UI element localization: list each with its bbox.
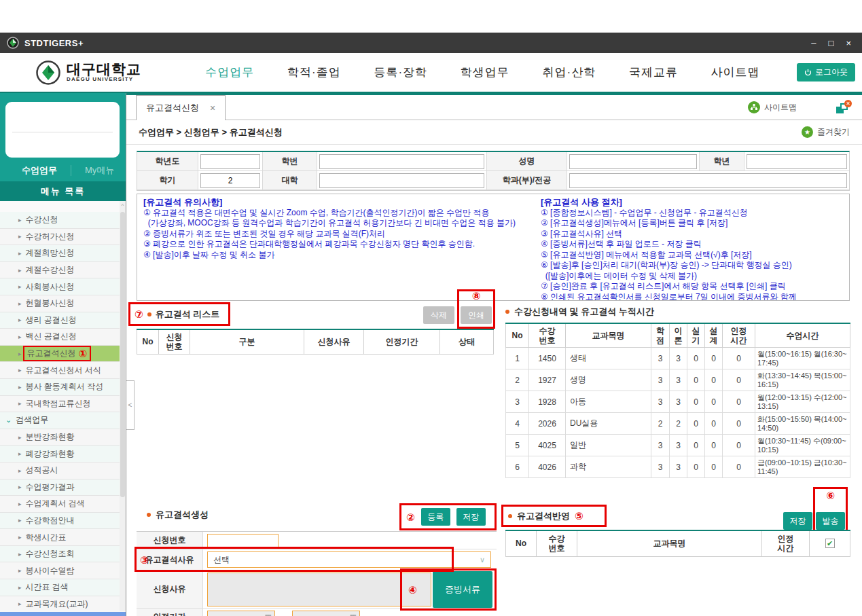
favorite-label: 즐겨찾기 bbox=[817, 126, 850, 138]
course-time: 화(15:00~15:50) 목(14:00~14:50) bbox=[755, 413, 850, 435]
annotation-number-3: ③ bbox=[140, 554, 149, 564]
sidebar-menu-item[interactable]: ▸ 수강신청조회 bbox=[0, 546, 126, 563]
select-all-checkbox[interactable]: No bbox=[516, 539, 526, 548]
sidebar-collapse-handle[interactable]: < bbox=[126, 380, 134, 430]
sidebar-tab-mymenu[interactable]: My메뉴 bbox=[85, 164, 114, 177]
student-no-input[interactable] bbox=[319, 154, 484, 169]
minimize-button[interactable]: – bbox=[811, 39, 816, 48]
sitemap-link[interactable]: 사이트맵 bbox=[748, 101, 797, 113]
select-all-checkbox[interactable]: ✔ bbox=[825, 539, 835, 548]
sidebar-tab-work[interactable]: 수업업무 bbox=[22, 164, 57, 177]
select-all-checkbox[interactable]: 인정 시간 bbox=[778, 534, 794, 553]
section-bullet-icon bbox=[505, 310, 509, 314]
column-header: 신청 번호 bbox=[159, 329, 190, 354]
nav-item[interactable]: 사이트맵 bbox=[711, 65, 760, 80]
triangle-icon: ▸ bbox=[18, 567, 22, 574]
sidebar-menu-item[interactable]: ▸ 봉사이수열람 bbox=[0, 562, 126, 579]
year-input[interactable] bbox=[200, 154, 260, 169]
sidebar-menu-item[interactable]: ▸ 학생시간표 bbox=[0, 529, 126, 546]
nav-item[interactable]: 국제교류 bbox=[629, 65, 678, 80]
nav-item[interactable]: 수업업무 bbox=[205, 65, 254, 80]
create-section-title: 유고결석생성 bbox=[147, 509, 209, 521]
sitemap-icon bbox=[748, 101, 760, 113]
sidebar-item-label: 교과목개요(교과) bbox=[26, 598, 88, 610]
course-time: 화(13:30~14:45) 목(15:00~16:15) bbox=[755, 369, 850, 391]
sidebar-menu-item[interactable]: ▸ 수업계획서 검색 bbox=[0, 496, 126, 513]
sidebar-menu-item[interactable]: ▸ 시간표 검색 bbox=[0, 579, 126, 596]
name-input[interactable] bbox=[569, 154, 697, 169]
course-row[interactable]: 3 1928 아동 3 3 0 0 0 월(12:00~13:15) 수(12:… bbox=[506, 391, 850, 413]
sidebar-menu-item[interactable]: ▸ 성적공시 bbox=[0, 463, 126, 479]
reason-textarea[interactable] bbox=[207, 573, 431, 606]
sidebar-item-label: 검색업무 bbox=[16, 414, 48, 426]
sidebar-item-label: 생리 공결신청 bbox=[26, 314, 77, 326]
sidebar-item-label: 분반강좌현황 bbox=[26, 431, 75, 443]
course-no: 5 bbox=[506, 435, 529, 456]
delete-button[interactable]: 삭제 bbox=[423, 306, 454, 324]
sidebar-menu-item[interactable]: ▸ 교과목개요(교과) bbox=[0, 596, 126, 613]
sidebar-menu-item[interactable]: ▸ 분반강좌현황 bbox=[0, 429, 126, 446]
scrollbar-thumb[interactable] bbox=[120, 212, 125, 497]
profile-card bbox=[5, 102, 120, 158]
maximize-button[interactable]: □ bbox=[829, 39, 834, 48]
sidebar-menu-item[interactable]: ▸ 수업평가결과 bbox=[0, 479, 126, 496]
nav-item[interactable]: 취업·산학 bbox=[543, 65, 596, 80]
triangle-icon: ▸ bbox=[18, 517, 22, 524]
apply-save-button[interactable]: 저장 bbox=[783, 512, 812, 530]
register-button[interactable]: 등록 bbox=[421, 508, 450, 526]
course-row[interactable]: 1 1450 생태 3 3 0 0 0 월(15:00~16:15) 월(16:… bbox=[506, 348, 850, 369]
logout-button[interactable]: 로그아웃 bbox=[797, 63, 855, 81]
tab-absence-application[interactable]: 유고결석신청 × bbox=[136, 95, 226, 120]
sidebar-menu-item[interactable]: ▸ 계절수강신청 bbox=[0, 262, 126, 279]
sidebar-menu-item[interactable]: ▸ 폐강강좌현황 bbox=[0, 446, 126, 463]
course-row[interactable]: 5 4025 일반 3 3 0 0 0 월(10:30~11:45) 수(09:… bbox=[506, 435, 850, 456]
sidebar-menu-item[interactable]: ▸ 헌혈봉사신청 bbox=[0, 295, 126, 312]
sidebar-menu-item[interactable]: ▸ 수강학점안내 bbox=[0, 513, 126, 530]
sidebar-menu-item[interactable]: ▸ 생리 공결신청 bbox=[0, 312, 126, 329]
triangle-icon: ▸ bbox=[18, 534, 22, 541]
sidebar: 수업업무 My메뉴 메뉴 목록 ▸ 수강신청 ▸ 수강허가신청 bbox=[0, 93, 126, 616]
sidebar-menu-item[interactable]: ▸ 수강허가신청 bbox=[0, 229, 126, 246]
course-row[interactable]: 2 1927 생명 3 3 0 0 0 화(13:30~14:45) 목(15:… bbox=[506, 369, 850, 391]
application-no-input[interactable] bbox=[207, 534, 279, 547]
horizontal-scrollbar[interactable] bbox=[0, 612, 126, 616]
select-all-checkbox[interactable]: 교과목명 bbox=[653, 539, 686, 548]
sidebar-menu-item[interactable]: ▸ 유고결석신청서 서식 bbox=[0, 362, 126, 379]
course-row[interactable]: 6 4026 과학 3 3 0 0 0 금(09:00~10:15) 금(10:… bbox=[506, 456, 850, 478]
sidebar-item-label: 수업계획서 검색 bbox=[26, 498, 85, 509]
sidebar-menu: ▸ 수강신청 ▸ 수강허가신청 ▸ bbox=[0, 201, 126, 616]
sidebar-menu-item[interactable]: ▸ 백신 공결신청 bbox=[0, 329, 126, 346]
course-row[interactable]: 4 2026 DU실용 2 2 0 0 0 화(15:00~15:50) 목(1… bbox=[506, 413, 850, 435]
close-button[interactable]: × bbox=[846, 39, 851, 48]
nav-item[interactable]: 학적·졸업 bbox=[287, 65, 341, 80]
course-code: 1928 bbox=[529, 391, 566, 413]
sidebar-menu-item[interactable]: ▸ 사회봉사신청 bbox=[0, 278, 126, 295]
course-time: 월(10:30~11:45) 수(09:00~10:15) bbox=[755, 435, 850, 456]
menu-list-header: 메뉴 목록 bbox=[0, 181, 126, 201]
sidebar-scrollbar[interactable]: ^ bbox=[120, 201, 126, 611]
dept-input[interactable] bbox=[569, 173, 847, 188]
select-all-checkbox[interactable]: 수강 번호 bbox=[549, 534, 565, 553]
course-no: 2 bbox=[506, 369, 529, 391]
scroll-up-icon[interactable]: ^ bbox=[120, 202, 126, 209]
grade-input[interactable] bbox=[747, 154, 847, 169]
period-end-input[interactable]: ▦ bbox=[292, 611, 360, 616]
sidebar-menu-item[interactable]: ▸ 국내학점교류신청 bbox=[0, 396, 126, 413]
college-input[interactable] bbox=[319, 173, 484, 188]
triangle-icon: ▸ bbox=[18, 484, 22, 490]
calendar-icon: ▦ bbox=[350, 613, 357, 616]
save-button[interactable]: 저장 bbox=[456, 508, 486, 526]
star-icon: ★ bbox=[802, 126, 813, 138]
sidebar-menu-item[interactable]: ⌄ 검색업무 bbox=[0, 412, 126, 429]
nav-item[interactable]: 학생업무 bbox=[461, 65, 509, 80]
close-all-tabs-icon[interactable]: ✕ bbox=[836, 102, 850, 113]
period-start-input[interactable]: ▦ bbox=[207, 611, 275, 616]
sidebar-menu-item[interactable]: ▸ 봉사 활동계획서 작성 bbox=[0, 379, 126, 396]
nav-item[interactable]: 등록·장학 bbox=[374, 65, 427, 80]
sidebar-menu-item[interactable]: ▸ 계절희망신청 bbox=[0, 245, 126, 262]
term-input[interactable] bbox=[200, 173, 260, 188]
favorite-button[interactable]: ★ 즐겨찾기 bbox=[802, 126, 850, 138]
sidebar-menu-item[interactable]: ▸ 수강신청 bbox=[0, 212, 126, 229]
sidebar-menu-item[interactable]: ▸ 유고결석신청 ① bbox=[0, 346, 126, 363]
tab-close-icon[interactable]: × bbox=[210, 103, 215, 113]
